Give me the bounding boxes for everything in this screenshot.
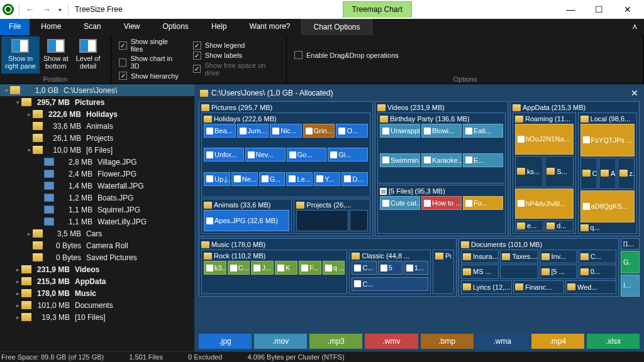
expand-icon[interactable]: ▾ xyxy=(3,87,10,94)
checkbox-show-single-files[interactable]: Show single files xyxy=(119,38,180,53)
tree-row[interactable]: 33,6 MBAnimals xyxy=(0,120,194,132)
tree-row[interactable]: 1,1 MBSquirrel.JPG xyxy=(0,204,194,216)
menu-bar: FileHomeScanViewOptionsHelpWant more?Cha… xyxy=(0,19,644,35)
legend-wma[interactable]: .wma xyxy=(476,334,529,349)
nav-dropdown-icon[interactable]: ▾ xyxy=(55,6,65,13)
menu-options[interactable]: Options xyxy=(152,19,200,35)
tm-file[interactable]: ▣k3... xyxy=(204,261,226,275)
tree-row[interactable]: ▸178,0 MBMusic xyxy=(0,287,194,299)
tm-file[interactable]: ▣5 xyxy=(378,261,402,275)
menu-file[interactable]: File xyxy=(0,19,30,35)
context-tab[interactable]: Treemap Chart xyxy=(343,1,412,18)
maximize-button[interactable]: ☐ xyxy=(585,0,613,19)
checkbox-show-chart-in-3d[interactable]: Show chart in 3D xyxy=(119,55,180,70)
expand-icon[interactable]: ▾ xyxy=(14,99,21,106)
expand-icon[interactable]: ▸ xyxy=(14,290,21,297)
tm-pictures[interactable]: Pictures (295,7 MB) Holidays (222,6 MB) … xyxy=(199,101,373,236)
tm-appdata[interactable]: AppData (215,3 MB) Roaming (11... hOoJ2N… xyxy=(510,101,640,236)
legend-jpg[interactable]: .jpg xyxy=(199,334,252,349)
folder-icon xyxy=(33,122,43,130)
expand-icon[interactable]: ▸ xyxy=(14,278,21,285)
legend-wmv[interactable]: .wmv xyxy=(365,334,418,349)
ribbon-group-label: Position xyxy=(0,75,111,84)
expand-icon[interactable]: ▾ xyxy=(25,147,33,153)
tree-row[interactable]: 1,1 MBWaterLilly.JPG xyxy=(0,216,194,228)
tree-row[interactable]: ▸215,3 MBAppData xyxy=(0,275,194,287)
nav-back-icon[interactable]: ← xyxy=(22,4,38,14)
expand-icon[interactable]: ▸ xyxy=(25,231,33,237)
folder-icon xyxy=(200,90,208,97)
file-icon xyxy=(44,182,54,190)
tree-row[interactable]: ▸19,3 MB[10 Files] xyxy=(0,311,194,323)
tree-row[interactable]: 0 BytesSaved Pictures xyxy=(0,251,194,263)
folder-icon xyxy=(21,301,31,309)
menu-view[interactable]: View xyxy=(113,19,152,35)
menu-chart-options[interactable]: Chart Options xyxy=(301,19,372,35)
tree-row[interactable]: ▸222,6 MBHolidays xyxy=(0,108,194,120)
nav-forward-icon[interactable]: → xyxy=(38,4,55,14)
folder-icon xyxy=(10,86,20,94)
expand-icon[interactable]: ▸ xyxy=(14,314,21,321)
checkbox-show-free-space-on-drive[interactable]: Show free space on drive xyxy=(193,62,279,77)
folder-icon xyxy=(21,277,31,285)
tm-music[interactable]: Music (178,0 MB) Rock (110,2 MB) ▣k3...▣… xyxy=(199,238,457,297)
tree-row[interactable]: ▸101,0 MBDocuments xyxy=(0,299,194,311)
ribbon-btn[interactable]: Show inright pane xyxy=(1,36,40,74)
folder-icon xyxy=(33,241,43,250)
expand-icon[interactable]: ▸ xyxy=(14,302,21,309)
tree-row[interactable]: ▾1,0 GBC:\Users\Jones\ xyxy=(0,84,194,96)
tm-documents[interactable]: Documents (101,0 MB) Insura...Taxes....I… xyxy=(458,238,619,297)
legend: .jpg.mov.mp3.wmv.bmp.wma.mp4.xlsx xyxy=(199,331,640,349)
checkbox-show-legend[interactable]: Show legend xyxy=(193,41,279,50)
ribbon-btn[interactable]: Level ofdetail xyxy=(72,36,104,74)
chart-close-icon[interactable]: ✕ xyxy=(631,88,638,98)
file-icon xyxy=(44,217,54,226)
tm-file[interactable]: ▣1... xyxy=(404,261,428,275)
legend-xlsx[interactable]: .xlsx xyxy=(587,334,640,349)
tree-row[interactable]: 1,2 MBBoats.JPG xyxy=(0,192,194,204)
tree-row[interactable]: 1,4 MBWaterfall.JPG xyxy=(0,180,194,192)
expand-icon[interactable]: ▸ xyxy=(25,111,33,118)
tree-row[interactable]: 26,1 MBProjects xyxy=(0,132,194,144)
tree-row[interactable]: 2,8 MBVillage.JPG xyxy=(0,156,194,168)
legend-mp4[interactable]: .mp4 xyxy=(531,334,584,349)
ribbon: Show inright paneShow atbottomLevel ofde… xyxy=(0,35,644,84)
file-icon xyxy=(44,206,54,214)
tree-row[interactable]: ▾295,7 MBPictures xyxy=(0,96,194,108)
tree-row[interactable]: 2,4 MBFlower.JPG xyxy=(0,168,194,180)
minimize-button[interactable]: — xyxy=(557,0,585,19)
tm-file[interactable]: ▣C... xyxy=(228,261,250,275)
status-bar: Free Space: 89.8 GB (of 125 GB) 1.501 Fi… xyxy=(0,351,644,362)
tm-file[interactable]: ▣F... xyxy=(299,261,321,275)
legend-bmp[interactable]: .bmp xyxy=(421,334,474,349)
expand-icon[interactable]: ▸ xyxy=(14,266,21,273)
menu-home[interactable]: Home xyxy=(30,19,72,35)
tree-row[interactable]: 0 BytesCamera Roll xyxy=(0,239,194,251)
folder-icon xyxy=(21,265,31,273)
file-icon xyxy=(44,158,54,166)
tm-file[interactable]: ▣q ... xyxy=(323,261,345,275)
ribbon-group-label: Options xyxy=(287,75,643,84)
ribbon-btn[interactable]: Show atbottom xyxy=(40,36,72,74)
tree-row[interactable]: ▸3,5 MBCars xyxy=(0,228,194,239)
tree-row[interactable]: ▸231,9 MBVideos xyxy=(0,263,194,275)
tm-file[interactable]: ▣C... xyxy=(352,261,376,275)
tm-videos[interactable]: Videos (231,9 MB) Birthday Party (136,6 … xyxy=(375,101,508,236)
folder-icon xyxy=(33,146,43,154)
tm-file[interactable]: ▣C... xyxy=(352,277,428,291)
tm-file[interactable]: ▣K xyxy=(275,261,297,275)
close-button[interactable]: ✕ xyxy=(613,0,641,19)
file-icon xyxy=(44,194,54,202)
checkbox-enable-drag-drop-operations[interactable]: Enable Drag&Drop operations xyxy=(294,51,399,59)
legend-mp3[interactable]: .mp3 xyxy=(309,334,362,349)
tree-row[interactable]: ▾10,0 MB[6 Files] xyxy=(0,144,194,156)
tm-file[interactable]: ▣J... xyxy=(251,261,274,275)
menu-want-more-[interactable]: Want more? xyxy=(238,19,302,35)
menu-scan[interactable]: Scan xyxy=(72,19,112,35)
checkbox-show-labels[interactable]: Show labels xyxy=(193,52,279,60)
ribbon-collapse-icon[interactable]: ⋏ xyxy=(626,19,644,35)
svg-point-0 xyxy=(5,6,11,13)
checkbox-show-hierarchy[interactable]: Show hierarchy xyxy=(119,72,180,80)
legend-mov[interactable]: .mov xyxy=(254,334,307,349)
menu-help[interactable]: Help xyxy=(200,19,238,35)
